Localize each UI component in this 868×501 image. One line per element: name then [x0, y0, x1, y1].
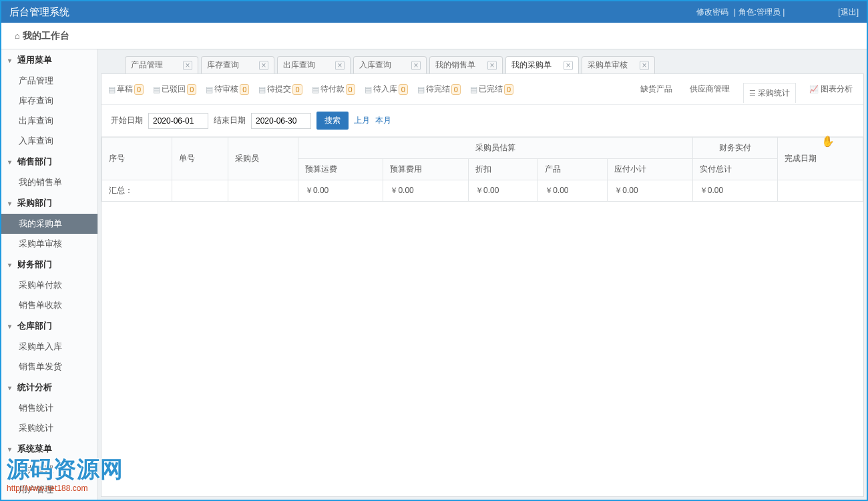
page-tab-label: 我的采购单	[511, 59, 552, 71]
status-label: 待入库	[373, 84, 397, 95]
page-tab[interactable]: 出库查询×	[277, 56, 351, 73]
link-chart-analysis[interactable]: 📈图表分析	[805, 81, 857, 98]
status-filter[interactable]: ▤草稿0	[108, 84, 144, 95]
sidebar-item-purchase-review[interactable]: 采购单审核	[1, 234, 97, 254]
col-paid: 实付总计	[692, 159, 778, 180]
status-filter[interactable]: ▤待完结0	[417, 84, 461, 95]
close-icon[interactable]: ×	[640, 61, 649, 70]
doc-icon: ▤	[258, 85, 266, 94]
sidebar-item-sales-receive[interactable]: 销售单收款	[1, 295, 97, 315]
sidebar-item-purchase-stats[interactable]: 采购统计	[1, 418, 97, 438]
status-badge: 0	[240, 84, 249, 95]
close-icon[interactable]: ×	[411, 61, 421, 70]
sidebar-item-my-sales[interactable]: 我的销售单	[1, 172, 97, 192]
sidebar-group-common[interactable]: ▾通用菜单	[1, 49, 97, 71]
status-filter[interactable]: ▤待入库0	[365, 84, 408, 95]
doc-icon: ▤	[417, 85, 425, 94]
page-tab-label: 我的销售单	[435, 59, 475, 71]
sidebar-item-purchase-in[interactable]: 采购单入库	[1, 337, 97, 357]
end-date-label: 结束日期	[214, 115, 246, 126]
this-month-link[interactable]: 本月	[375, 115, 391, 126]
doc-icon: ▤	[365, 85, 372, 94]
sidebar-group-finance[interactable]: ▾财务部门	[1, 254, 97, 275]
page-tab-label: 入库查询	[359, 59, 391, 71]
summary-row: 汇总： ￥0.00 ￥0.00 ￥0.00 ￥0.00 ￥0.00 ￥0.00	[102, 180, 863, 202]
page-tab[interactable]: 我的采购单×	[505, 56, 579, 73]
status-filter[interactable]: ▤已驳回0	[153, 84, 196, 95]
col-budget: 预算费用	[383, 159, 469, 180]
col-group-estimate: 采购员估算	[298, 138, 692, 159]
sidebar-item-outbound[interactable]: 出库查询	[1, 111, 97, 131]
sum-budget: ￥0.00	[383, 180, 469, 202]
search-button[interactable]: 搜索	[316, 112, 349, 130]
tab-workbench[interactable]: ⌂ 我的工作台	[7, 26, 77, 46]
status-label: 待完结	[426, 84, 450, 95]
home-icon: ⌂	[15, 31, 20, 41]
status-label: 待付款	[320, 84, 345, 95]
change-password-link[interactable]: 修改密码	[696, 7, 728, 18]
sidebar-item-sales-stats[interactable]: 销售统计	[1, 398, 97, 418]
sidebar-item-sales-ship[interactable]: 销售单发货	[1, 357, 97, 377]
link-shortage[interactable]: 缺货产品	[636, 81, 676, 98]
close-icon[interactable]: ×	[335, 61, 345, 70]
search-bar: 开始日期 结束日期 搜索 上月 本月	[101, 105, 863, 137]
close-icon[interactable]: ×	[487, 61, 497, 70]
chevron-down-icon: ▾	[8, 323, 15, 330]
page-tabs: 产品管理×库存查询×出库查询×入库查询×我的销售单×我的采购单×采购单审核×	[98, 53, 867, 73]
sum-paid: ￥0.00	[692, 180, 778, 202]
sum-product: ￥0.00	[538, 180, 608, 202]
content-panel: ▤草稿0▤已驳回0▤待审核0▤待提交0▤待付款0▤待入库0▤待完结0▤已完结0 …	[101, 73, 864, 497]
end-date-input[interactable]	[251, 113, 311, 129]
status-badge: 0	[504, 84, 513, 95]
status-filter[interactable]: ▤待审核0	[206, 84, 249, 95]
status-badge: 0	[346, 84, 355, 95]
app-title: 后台管理系统	[9, 6, 69, 19]
sidebar-item-my-purchase[interactable]: 我的采购单	[1, 214, 97, 234]
page-tab[interactable]: 产品管理×	[125, 56, 198, 73]
status-filter-bar: ▤草稿0▤已驳回0▤待审核0▤待提交0▤待付款0▤待入库0▤待完结0▤已完结0 …	[101, 74, 863, 105]
result-table: 序号 单号 采购员 采购员估算 财务实付 完成日期 预算运费 预算费用 折扣 产…	[101, 137, 863, 202]
link-supplier[interactable]: 供应商管理	[686, 81, 734, 98]
sidebar-item-public-mgmt[interactable]: 公共管理	[1, 460, 97, 480]
col-done: 完成日期	[778, 138, 863, 180]
chevron-down-icon: ▾	[8, 261, 15, 269]
close-icon[interactable]: ×	[259, 61, 268, 70]
sidebar-group-purchase[interactable]: ▾采购部门	[1, 192, 97, 214]
sidebar-group-sales[interactable]: ▾销售部门	[1, 151, 97, 172]
status-filter[interactable]: ▤待付款0	[312, 84, 355, 95]
status-label: 待审核	[214, 84, 238, 95]
page-tab[interactable]: 采购单审核×	[582, 56, 655, 73]
sidebar-item-product[interactable]: 产品管理	[1, 71, 97, 91]
sidebar-group-warehouse[interactable]: ▾仓库部门	[1, 315, 97, 337]
close-icon[interactable]: ×	[183, 61, 192, 70]
page-tab-label: 产品管理	[131, 59, 163, 71]
sum-subtotal: ￥0.00	[608, 180, 693, 202]
col-product: 产品	[538, 159, 608, 180]
sidebar-group-stats[interactable]: ▾统计分析	[1, 377, 97, 398]
page-tab[interactable]: 库存查询×	[201, 56, 274, 73]
status-filter[interactable]: ▤已完结0	[470, 84, 513, 95]
page-tab[interactable]: 入库查询×	[353, 56, 427, 73]
sum-shipcost: ￥0.00	[298, 180, 383, 202]
top-bar: 后台管理系统 修改密码 | 角色:管理员 | [退出]	[1, 1, 867, 23]
tab-workbench-label: 我的工作台	[23, 30, 69, 42]
last-month-link[interactable]: 上月	[354, 115, 370, 126]
list-icon: ☰	[749, 89, 756, 97]
sidebar: ▾通用菜单 产品管理 库存查询 出库查询 入库查询 ▾销售部门 我的销售单 ▾采…	[1, 49, 98, 500]
link-purchase-stats[interactable]: ☰采购统计	[743, 83, 796, 103]
sidebar-group-system[interactable]: ▾系统菜单	[1, 438, 97, 460]
sidebar-item-inbound[interactable]: 入库查询	[1, 131, 97, 151]
col-seq: 序号	[102, 138, 172, 180]
sidebar-item-purchase-pay[interactable]: 采购单付款	[1, 275, 97, 295]
logout-link[interactable]: [退出]	[838, 7, 859, 18]
start-date-input[interactable]	[148, 113, 208, 129]
page-tab[interactable]: 我的销售单×	[429, 56, 503, 73]
col-shipcost: 预算运费	[298, 159, 383, 180]
col-order: 单号	[172, 138, 228, 180]
col-subtotal: 应付小计	[608, 159, 693, 180]
status-filter[interactable]: ▤待提交0	[258, 84, 302, 95]
sidebar-item-stock[interactable]: 库存查询	[1, 91, 97, 111]
sidebar-item-user-mgmt[interactable]: 用户管理	[1, 480, 97, 500]
close-icon[interactable]: ×	[564, 61, 573, 70]
status-badge: 0	[292, 84, 302, 95]
